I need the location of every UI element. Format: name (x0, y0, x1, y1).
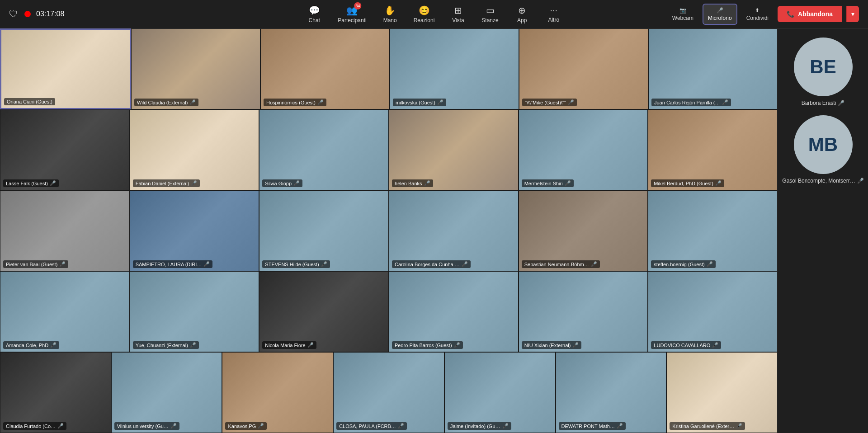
vista-button[interactable]: ⊞ Vista (444, 2, 472, 26)
video-bg (222, 353, 333, 433)
video-bg (261, 29, 389, 109)
mic-small-icon: 🎤 (502, 423, 509, 429)
mic-small-icon: 🎤 (568, 99, 574, 105)
app-icon: ⊕ (518, 5, 526, 16)
participant-name: Lasse Falk (Guest) (6, 181, 48, 186)
participant-name: Kristina Garuolienė (Exter… (672, 424, 734, 429)
participant-name: milkovska (Guest) (396, 100, 435, 105)
top-right-controls: 📷 Webcam 🎤 Microfono ⬆ Condividi 📞 Abban… (668, 4, 859, 25)
participant-name: helen Banks (395, 181, 422, 186)
chat-button[interactable]: 💬 Chat (301, 2, 328, 26)
webcam-label: Webcam (672, 15, 693, 21)
altro-button[interactable]: ··· Altro (540, 2, 567, 26)
video-bg (390, 29, 519, 109)
participant-name: Pieter van Baal (Guest) (6, 262, 57, 267)
participant-label: Fabian Daniel (External) 🎤 (133, 179, 200, 187)
leave-dropdown-button[interactable]: ▾ (846, 6, 859, 22)
participant-label: NIU Xixian (External) 🎤 (522, 341, 582, 349)
share-button[interactable]: ⬆ Condividi (742, 5, 773, 24)
video-cell-wild: Wild Claudia (External) 🎤 (131, 28, 260, 109)
record-indicator (24, 11, 31, 17)
reazioni-button[interactable]: 😊 Reazioni (408, 2, 440, 26)
altro-label: Altro (548, 17, 559, 23)
participant-label: Sebastian Neumann-Böhm… 🎤 (522, 260, 600, 268)
mic-icon: 🎤 (717, 7, 723, 14)
participant-name: steffen.hoernig (Guest) (654, 262, 704, 267)
video-bg (389, 191, 518, 271)
phone-icon: 📞 (787, 10, 794, 18)
microphone-button[interactable]: 🎤 Microfono (703, 4, 737, 25)
avatar-mb: MB (794, 115, 853, 174)
video-bg (130, 110, 259, 190)
top-left: 🛡 03:17:08 (9, 9, 64, 19)
mic-small-icon: 🎤 (437, 99, 443, 105)
mic-small-icon: 🎤 (707, 261, 713, 267)
video-cell-kristina: Kristina Garuolienė (Exter… 🎤 (666, 352, 778, 433)
mic-small-icon: 🎤 (57, 423, 64, 429)
partecipanti-button[interactable]: 👥 34 Partecipanti (332, 2, 372, 26)
participant-name: Claudia Furtado (Co… (6, 424, 56, 429)
participant-name: Sebastian Neumann-Böhm… (524, 262, 589, 267)
video-bg (0, 191, 129, 271)
video-cell-dewatripont: DEWATRIPONT Math… 🎤 (556, 352, 667, 433)
video-cell-helen: helen Banks 🎤 (389, 109, 519, 190)
chat-label: Chat (309, 17, 320, 24)
side-panel: BE Barbora Erasti 🎤 MB Gasol Boncompte, … (778, 28, 868, 433)
avatar-initials-be: BE (810, 56, 836, 78)
grid-row-2: Lasse Falk (Guest) 🎤 Fabian Daniel (Exte… (0, 109, 778, 190)
mic-small-icon: 🎤 (398, 423, 404, 429)
app-button[interactable]: ⊕ App (509, 2, 536, 26)
view-icon: ⊞ (454, 5, 462, 16)
mic-small-icon: 🎤 (203, 261, 210, 267)
video-bg (259, 110, 388, 190)
video-bg (519, 191, 648, 271)
video-bg (0, 353, 111, 433)
video-cell-yue: Yue, Chuanzi (External) 🎤 (130, 271, 259, 352)
rooms-icon: ▭ (486, 5, 495, 16)
participant-label: CLOSA, PAULA (FCRB… 🎤 (336, 422, 407, 430)
avatar-initials-mb: MB (808, 134, 838, 155)
more-icon: ··· (550, 5, 557, 15)
mic-small-icon: 🎤 (715, 180, 722, 186)
participant-name: Kanavos,PG (228, 424, 256, 429)
video-cell-sebastian: Sebastian Neumann-Böhm… 🎤 (519, 190, 648, 271)
participant-label: steffen.hoernig (Guest) 🎤 (651, 260, 715, 268)
mic-small-icon: 🎤 (321, 261, 327, 267)
participant-name: Pedro Pita Barros (Guest) (395, 343, 452, 348)
webcam-button[interactable]: 📷 Webcam (668, 5, 698, 24)
participant-name: NIU Xixian (External) (524, 343, 571, 348)
video-cell-claudia-f: Claudia Furtado (Co… 🎤 (0, 352, 111, 433)
video-bg (259, 272, 388, 352)
video-bg (389, 272, 518, 352)
chevron-down-icon: ▾ (851, 10, 854, 18)
mic-small-icon: 🎤 (50, 342, 57, 348)
video-bg (389, 110, 518, 190)
avatar-be: BE (794, 38, 853, 96)
mic-small-icon: 🎤 (258, 423, 264, 429)
participant-name: Vilnius university (Gu… (117, 424, 169, 429)
video-bg (556, 353, 666, 433)
video-cell-sampietro: SAMPIETRO, LAURA (DIRI… 🎤 (130, 190, 259, 271)
video-cell-amanda: Amanda Cole, PhD 🎤 (0, 271, 130, 352)
participant-name: LUDOVICO CAVALLARO (654, 343, 710, 348)
participant-label: Oriana Ciani (Guest) (4, 98, 55, 105)
share-icon: ⬆ (755, 7, 760, 14)
mic-small-icon: 🎤 (307, 342, 314, 348)
mic-small-icon: 🎤 (317, 99, 324, 105)
participant-name: Yue, Chuanzi (External) (136, 343, 188, 348)
participant-label: Wild Claudia (External) 🎤 (134, 99, 198, 106)
participant-name: "\\\"Mike (Guest)\"" (525, 100, 566, 105)
stanze-button[interactable]: ▭ Stanze (476, 2, 504, 26)
mano-button[interactable]: ✋ Mano (377, 2, 404, 26)
participant-label: Lasse Falk (Guest) 🎤 (3, 179, 59, 187)
video-cell-vilnius: Vilnius university (Gu… 🎤 (111, 352, 222, 433)
mic-small-icon: 🎤 (565, 180, 571, 186)
leave-button[interactable]: 📞 Abbandona (778, 6, 842, 22)
participant-label: Pedro Pita Barros (Guest) 🎤 (392, 341, 463, 349)
barbora-name: Barbora Erasti (802, 100, 836, 106)
participant-label: Hospinnomics (Guest) 🎤 (264, 99, 326, 106)
participant-label: Mikel Berdud, PhD (Guest) 🎤 (651, 179, 724, 187)
grid-row-3: Pieter van Baal (Guest) 🎤 SAMPIETRO, LAU… (0, 190, 778, 271)
participant-label: Yue, Chuanzi (External) 🎤 (133, 341, 199, 349)
participant-name: Mermelstein Shiri (524, 181, 563, 186)
